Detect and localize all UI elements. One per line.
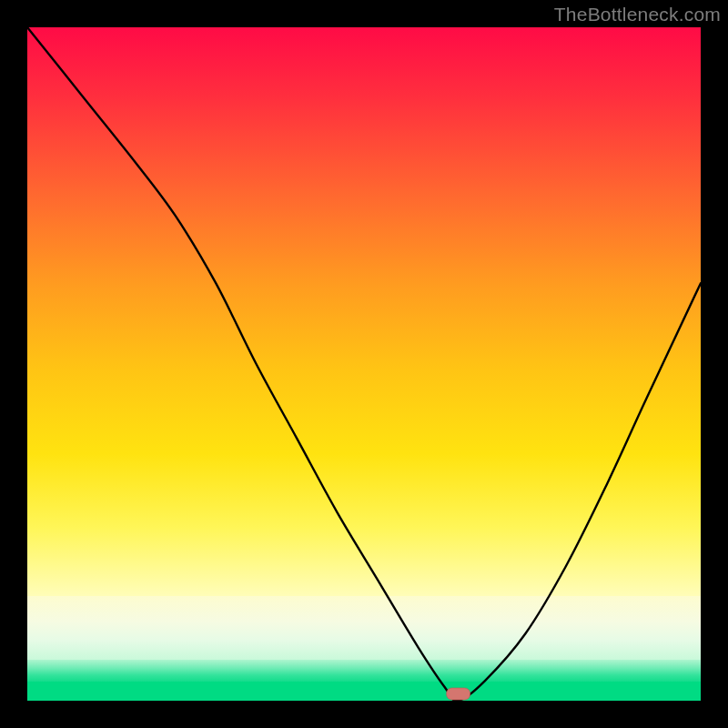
plot-area (27, 27, 701, 701)
curve-layer (27, 27, 701, 701)
optimal-marker (447, 688, 470, 700)
watermark-text: TheBottleneck.com (554, 4, 721, 25)
chart-frame: TheBottleneck.com (0, 0, 728, 728)
bottleneck-curve (27, 27, 701, 701)
